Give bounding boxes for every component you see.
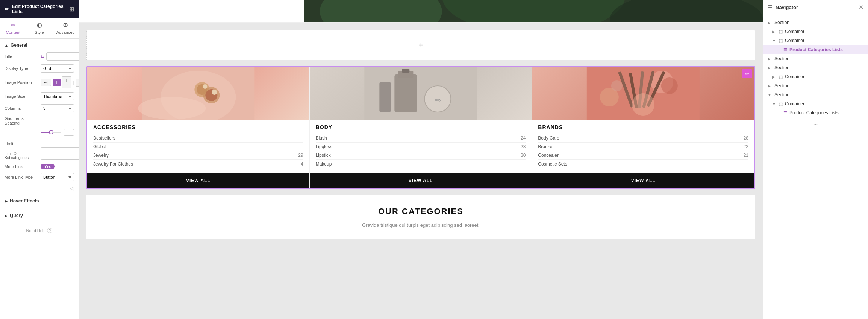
cat-item-brands-3[interactable]: Cosmetic Sets [538, 160, 748, 168]
cat-item-body-3[interactable]: Makeup [316, 160, 526, 168]
img-pos-left-btn[interactable]: ←| [41, 79, 51, 86]
grid-spacing-value[interactable]: 15 [64, 129, 74, 136]
nav-item-section3[interactable]: ▶ Section [763, 63, 868, 72]
general-section-label: General [11, 43, 27, 48]
query-section: ▶ Query [5, 209, 74, 222]
cat-item-brands-2[interactable]: Concealer 21 [538, 151, 748, 160]
view-all-brands[interactable]: VIEW ALL [532, 173, 754, 188]
left-panel: ✏ Edit Product Categories Lists ⊞ ✏ Cont… [0, 0, 79, 319]
nav-item-product-categories-2[interactable]: ☰ Product Categories Lists [763, 108, 868, 117]
tab-style[interactable]: ◐ Style [26, 18, 53, 38]
nav-label: Container [785, 74, 804, 79]
help-icon: ? [47, 228, 52, 233]
navigator-title: Navigator [776, 5, 798, 10]
columns-select[interactable]: 1 2 3 4 5 [41, 104, 74, 112]
cat-item-count: 21 [744, 153, 748, 158]
title-input[interactable] [46, 52, 79, 61]
our-categories-section: OUR CATEGORIES Gravida tristique dui tur… [86, 195, 755, 239]
cat-item-accessories-1[interactable]: Global [93, 143, 303, 151]
cat-item-body-0[interactable]: Blush 24 [316, 134, 526, 143]
tab-content[interactable]: ✏ Content [0, 18, 26, 38]
right-panel: ☰ Navigator ✕ ▶ Section ▶ ⬚ Container ▼ … [763, 0, 868, 319]
hover-effects-header[interactable]: ▶ Hover Effects [5, 194, 74, 207]
nav-item-container2[interactable]: ▼ ⬚ Container [763, 36, 868, 45]
query-header[interactable]: ▶ Query [5, 209, 74, 222]
our-cat-title: OUR CATEGORIES [378, 207, 464, 216]
cat-item-count: 23 [521, 144, 526, 149]
img-pos-right-btn[interactable]: |→ [62, 76, 71, 88]
more-link-type-row: More Link Type Button Text [5, 173, 74, 181]
image-position-label: Image Position [5, 80, 38, 85]
need-help[interactable]: Need Help ? [5, 222, 74, 239]
svg-point-23 [661, 77, 678, 94]
img-pos-x-btn[interactable]: ✕ [76, 79, 79, 87]
view-all-accessories[interactable]: VIEW ALL [87, 173, 309, 188]
nav-item-section5[interactable]: ▼ Section [763, 90, 868, 99]
display-type-select[interactable]: Grid List [41, 64, 74, 73]
general-collapse-arrow: ▲ [5, 43, 8, 47]
img-pos-divider: | [73, 80, 74, 85]
nav-item-section1[interactable]: ▶ Section [763, 18, 868, 27]
edit-overlay-button[interactable]: ✏ [742, 69, 752, 78]
category-title-accessories: ACCESSORIES [93, 124, 303, 130]
canvas-header-row [79, 0, 763, 23]
cat-item-count: 28 [744, 135, 748, 141]
canvas-header-right [304, 0, 763, 22]
image-size-select[interactable]: Thumbnail Medium Large [41, 92, 74, 100]
svg-point-12 [138, 97, 206, 120]
cat-item-body-2[interactable]: Lipstick 30 [316, 151, 526, 160]
more-link-type-select[interactable]: Button Text [41, 173, 74, 181]
limit-input[interactable]: 3 [41, 140, 79, 148]
hover-effects-section: ▶ Hover Effects [5, 194, 74, 207]
more-link-toggle[interactable]: Yes [41, 164, 55, 169]
navigator-body: ▶ Section ▶ ⬚ Container ▼ ⬚ Container ☰ … [763, 15, 868, 131]
cat-item-brands-0[interactable]: Body Care 28 [538, 134, 748, 143]
grid-spacing-track[interactable] [41, 132, 61, 133]
nav-item-container1[interactable]: ▶ ⬚ Container [763, 27, 868, 36]
edit-icon: ✏ [5, 6, 9, 12]
cat-item-accessories-2[interactable]: Jewelry 29 [93, 151, 303, 160]
more-link-row: More Link Yes [5, 164, 74, 169]
tab-advanced[interactable]: ⚙ Advanced [52, 18, 79, 38]
cat-item-name: Lipstick [316, 153, 331, 158]
cat-item-accessories-3[interactable]: Jewelry For Clothes 4 [93, 160, 303, 168]
cat-item-body-1[interactable]: Lipgloss 23 [316, 143, 526, 151]
content-icon: ✏ [11, 21, 15, 29]
display-type-label: Display Type [5, 66, 38, 71]
navigator-close-button[interactable]: ✕ [859, 4, 863, 11]
cat-item-brands-1[interactable]: Bronzer 22 [538, 143, 748, 151]
empty-block[interactable]: + [86, 30, 755, 60]
widget-icon: ☰ [783, 111, 787, 115]
cat-item-count: 24 [521, 135, 526, 141]
nav-item-section2[interactable]: ▶ Section [763, 54, 868, 63]
nav-item-product-categories-1[interactable]: ☰ Product Categories Lists [763, 45, 868, 54]
container-icon: ⬚ [779, 29, 783, 34]
title-label: Title [5, 54, 38, 59]
svg-point-31 [611, 80, 623, 91]
img-pos-top-btn[interactable]: T [53, 79, 61, 86]
nav-item-container3[interactable]: ▶ ⬚ Container [763, 72, 868, 81]
navigator-panel-icon: ☰ [768, 5, 773, 11]
collapse-left-icon[interactable]: ◁ [70, 185, 74, 191]
svg-point-8 [203, 84, 207, 89]
nav-item-container4[interactable]: ▼ ⬚ Container [763, 99, 868, 108]
cat-item-count: 22 [744, 144, 748, 149]
grid-spacing-thumb[interactable] [49, 130, 53, 134]
view-all-body[interactable]: VIEW ALL [310, 173, 532, 188]
title-link-icon[interactable]: ⇆ [41, 54, 44, 59]
svg-rect-20 [379, 82, 391, 112]
main-canvas: + ✏ [79, 0, 763, 319]
limit-subcategories-input[interactable]: 4 [41, 152, 79, 160]
panel-body: ▲ General Title ⇆ Display Type Grid List… [0, 39, 79, 319]
general-section-header[interactable]: ▲ General [5, 43, 74, 48]
nav-label: Container [785, 101, 804, 106]
cat-item-accessories-0[interactable]: Bestsellers [93, 134, 303, 143]
category-image-brands [532, 67, 754, 120]
more-link-label: More Link [5, 164, 38, 169]
nav-item-section4[interactable]: ▶ Section [763, 81, 868, 90]
svg-point-3 [610, 0, 763, 22]
nav-expand-icon: ▶ [772, 30, 777, 34]
grid-icon[interactable]: ⊞ [69, 6, 74, 13]
cat-item-count: 30 [521, 153, 526, 158]
category-body-body: BODY Blush 24 Lipgloss 23 Lipstick 30 [310, 120, 532, 173]
